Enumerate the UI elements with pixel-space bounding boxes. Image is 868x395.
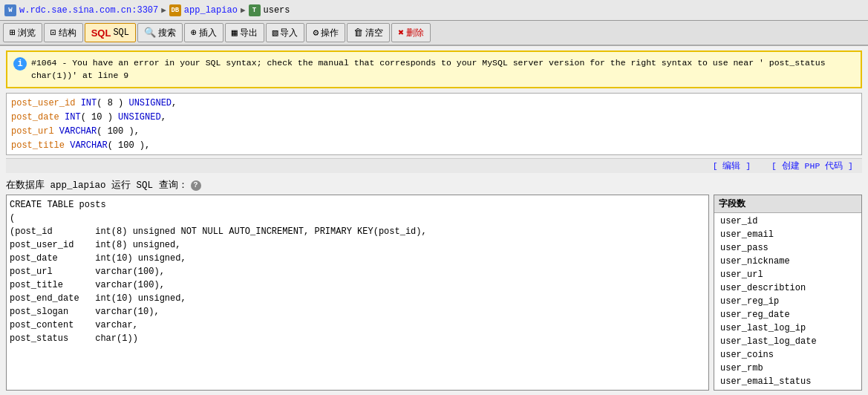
field-item[interactable]: user_url xyxy=(714,268,861,281)
field-item[interactable]: user_reg_ip xyxy=(714,295,861,308)
error-box: i #1064 - You have an error in your SQL … xyxy=(6,50,862,88)
sql-line-1: post_user_id INT( 8 ) UNSIGNED, xyxy=(11,97,857,111)
delete-button[interactable]: ✖ 删除 xyxy=(391,23,431,42)
browse-icon: ⊞ xyxy=(10,27,16,39)
sql-query-input[interactable] xyxy=(6,195,709,391)
operations-label: 操作 xyxy=(321,27,339,39)
delete-icon: ✖ xyxy=(398,27,404,39)
breadcrumb-bar: W w.rdc.sae.sina.com.cn:3307 ▶ DB app_la… xyxy=(0,0,868,21)
query-label: 在数据库 app_lapiao 运行 SQL 查询： ? xyxy=(6,176,862,195)
sql-line-2: post_date INT( 10 ) UNSIGNED, xyxy=(11,111,857,125)
fields-panel: 字段数 user_iduser_emailuser_passuser_nickn… xyxy=(714,195,862,391)
structure-label: 结构 xyxy=(59,27,76,39)
fields-list: user_iduser_emailuser_passuser_nicknameu… xyxy=(714,213,861,390)
import-label: 导入 xyxy=(280,27,298,39)
db-name[interactable]: app_lapiao xyxy=(184,5,238,16)
insert-button[interactable]: ⊕ 插入 xyxy=(184,23,223,42)
search-button[interactable]: 🔍 搜索 xyxy=(137,23,183,42)
empty-button[interactable]: 🗑 清空 xyxy=(347,23,390,42)
import-icon: ▧ xyxy=(273,27,278,39)
db-icon: DB xyxy=(169,4,181,16)
export-label: 导出 xyxy=(240,27,258,39)
field-item[interactable]: user_nickname xyxy=(714,255,861,268)
search-label: 搜索 xyxy=(158,27,176,39)
error-icon: i xyxy=(13,57,27,71)
breadcrumb-arrow2: ▶ xyxy=(241,5,246,15)
sql-button[interactable]: SQL SQL xyxy=(85,23,136,42)
field-item[interactable]: user_coins xyxy=(714,348,861,362)
site-icon: W xyxy=(4,4,16,16)
main-content: i #1064 - You have an error in your SQL … xyxy=(0,46,868,395)
toolbar: ⊞ 浏览 ⊡ 结构 SQL SQL 🔍 搜索 ⊕ 插入 ▦ 导出 ▧ 导入 ⚙ … xyxy=(0,21,868,46)
error-message: #1064 - You have an error in your SQL sy… xyxy=(31,56,855,82)
query-row: 字段数 user_iduser_emailuser_passuser_nickn… xyxy=(6,195,862,391)
structure-icon: ⊡ xyxy=(50,27,56,39)
field-item[interactable]: user_id xyxy=(714,215,861,228)
table-name[interactable]: users xyxy=(264,5,290,16)
site-url[interactable]: w.rdc.sae.sina.com.cn:3307 xyxy=(19,5,158,16)
insert-label: 插入 xyxy=(199,27,217,39)
operations-icon: ⚙ xyxy=(313,27,319,39)
search-icon: 🔍 xyxy=(144,27,156,39)
sql-label: SQL xyxy=(113,27,129,38)
fields-header: 字段数 xyxy=(714,195,861,213)
field-item[interactable]: user_email xyxy=(714,228,861,241)
browse-button[interactable]: ⊞ 浏览 xyxy=(3,23,42,42)
delete-label: 删除 xyxy=(406,27,424,39)
export-button[interactable]: ▦ 导出 xyxy=(225,23,264,42)
edit-link[interactable]: [ 编辑 ] xyxy=(713,161,751,171)
import-button[interactable]: ▧ 导入 xyxy=(266,23,305,42)
field-item[interactable]: user_last_log_ip xyxy=(714,321,861,335)
sql-display-panel[interactable]: post_user_id INT( 8 ) UNSIGNED, post_dat… xyxy=(6,93,862,156)
sql-line-4: post_title VARCHAR( 100 ), xyxy=(11,139,857,153)
field-item[interactable]: user_pass xyxy=(714,241,861,255)
table-icon: T xyxy=(249,4,261,16)
help-icon[interactable]: ? xyxy=(191,180,201,191)
sql-panel-footer: [ 编辑 ] [ 创建 PHP 代码 ] xyxy=(6,158,862,173)
field-item[interactable]: user_rmb xyxy=(714,362,861,375)
insert-icon: ⊕ xyxy=(191,27,197,39)
operations-button[interactable]: ⚙ 操作 xyxy=(306,23,345,42)
create-php-link[interactable]: [ 创建 PHP 代码 ] xyxy=(771,161,853,171)
sql-line-3: post_url VARCHAR( 100 ), xyxy=(11,125,857,139)
sql-icon: SQL xyxy=(91,27,111,39)
field-item[interactable]: user_describtion xyxy=(714,281,861,295)
lower-section: 在数据库 app_lapiao 运行 SQL 查询： ? 字段数 user_id… xyxy=(0,176,868,395)
structure-button[interactable]: ⊡ 结构 xyxy=(44,23,83,42)
sql-line-5: post_end_date INT( 10 ) UNSIGNED, xyxy=(11,153,857,155)
query-label-text: 在数据库 app_lapiao 运行 SQL 查询： xyxy=(6,179,188,192)
field-item[interactable]: user_email_status xyxy=(714,375,861,388)
browse-label: 浏览 xyxy=(18,27,36,39)
field-item[interactable]: user_last_log_date xyxy=(714,335,861,348)
breadcrumb-arrow1: ▶ xyxy=(161,5,166,15)
field-item[interactable]: user_reg_date xyxy=(714,308,861,321)
export-icon: ▦ xyxy=(232,27,238,39)
empty-label: 清空 xyxy=(365,27,383,39)
empty-icon: 🗑 xyxy=(353,27,363,39)
